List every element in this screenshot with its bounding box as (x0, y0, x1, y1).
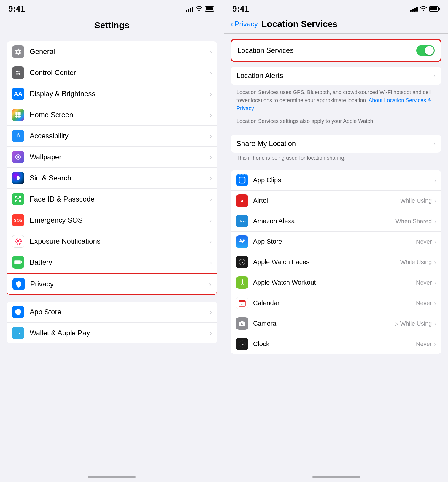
share-location-section: Share My Location › This iPhone is being… (231, 135, 441, 165)
svg-point-13 (18, 133, 19, 134)
exposure-chevron: › (210, 238, 212, 245)
privacy-label: Privacy (30, 280, 209, 288)
clock-chevron: › (434, 341, 436, 348)
gear-icon (12, 45, 24, 58)
sidebar-item-emergency-sos[interactable]: SOS Emergency SOS › (7, 210, 217, 231)
svg-text:···: ··· (241, 303, 243, 306)
location-arrow-icon: ▷ (395, 321, 398, 326)
left-status-icons (186, 6, 215, 12)
clock-icon (236, 338, 248, 350)
svg-point-9 (19, 114, 21, 116)
app-clips-chevron: › (434, 177, 436, 184)
svg-point-33 (242, 279, 243, 280)
back-button[interactable]: ‹ Privacy (231, 19, 258, 29)
calendar-chevron: › (434, 300, 436, 307)
svg-rect-18 (15, 200, 17, 202)
svg-rect-28 (239, 177, 245, 183)
home-screen-icon (12, 109, 24, 121)
apple-watch-faces-item[interactable]: Apple Watch Faces While Using › (231, 252, 441, 272)
watch-text: Location Services settings also apply to… (231, 117, 441, 130)
sidebar-item-general[interactable]: General › (7, 41, 217, 62)
wallpaper-icon (12, 151, 24, 163)
sidebar-item-wallpaper[interactable]: Wallpaper › (7, 147, 217, 168)
share-location-row[interactable]: Share My Location › (231, 135, 441, 153)
airtel-name: Airtel (253, 197, 400, 204)
appstore-icon-left (12, 306, 24, 318)
calendar-name: Calendar (253, 299, 416, 307)
sidebar-item-wallet[interactable]: Wallet & Apple Pay › (7, 323, 217, 343)
appstore-name: App Store (253, 238, 416, 245)
back-label: Privacy (234, 20, 258, 28)
sidebar-item-display-brightness[interactable]: AA Display & Brightness › (7, 83, 217, 104)
privacy-icon (12, 278, 25, 290)
appstore-label: App Store (30, 308, 210, 316)
camera-item[interactable]: Camera ▷ While Using › (231, 313, 441, 334)
apple-watch-workout-chevron: › (434, 279, 436, 286)
location-toggle-switch[interactable] (416, 45, 435, 56)
sidebar-item-exposure[interactable]: Exposure Notifications › (7, 231, 217, 252)
sidebar-item-battery[interactable]: Battery › (7, 252, 217, 273)
wallpaper-chevron: › (210, 154, 212, 161)
location-toggle-label: Location Services (237, 46, 293, 55)
sidebar-item-home-screen[interactable]: Home Screen › (7, 104, 217, 126)
emergency-sos-chevron: › (210, 217, 212, 224)
sidebar-item-siri-search[interactable]: Siri & Search › (7, 168, 217, 189)
appstore-chevron: › (210, 309, 212, 315)
svg-rect-17 (19, 196, 21, 198)
share-location-chevron: › (433, 140, 436, 147)
sidebar-item-accessibility[interactable]: Accessibility › (7, 126, 217, 147)
right-home-indicator (224, 473, 448, 482)
svg-point-8 (17, 114, 19, 116)
location-alerts-card: Location Alerts › (231, 67, 441, 85)
location-toggle-card: Location Services (231, 39, 441, 62)
general-label: General (30, 47, 210, 56)
apple-watch-workout-item[interactable]: Apple Watch Workout Never › (231, 272, 441, 293)
sidebar-item-face-id[interactable]: Face ID & Passcode › (7, 189, 217, 210)
location-alerts-row[interactable]: Location Alerts › (231, 67, 441, 85)
svg-point-11 (17, 116, 19, 118)
left-home-indicator (0, 473, 224, 482)
svg-rect-25 (21, 261, 22, 263)
apple-watch-workout-name: Apple Watch Workout (253, 279, 416, 286)
apps-list-card: App Clips › a Airtel While Using › alexa (231, 170, 441, 354)
share-location-card: Share My Location › (231, 135, 441, 153)
display-brightness-label: Display & Brightness (30, 90, 210, 98)
svg-point-14 (17, 156, 19, 158)
apple-watch-faces-status: While Using (400, 259, 432, 266)
clock-item[interactable]: Clock Never › (231, 334, 441, 354)
right-wifi-icon (420, 6, 427, 12)
svg-point-10 (15, 116, 17, 118)
siri-icon (12, 172, 24, 184)
airtel-item[interactable]: a Airtel While Using › (231, 191, 441, 211)
share-location-label: Share My Location (236, 139, 296, 148)
appstore-item[interactable]: App Store Never › (231, 232, 441, 252)
home-screen-chevron: › (210, 112, 212, 118)
amazon-alexa-item[interactable]: alexa Amazon Alexa When Shared › (231, 211, 441, 232)
camera-chevron: › (434, 320, 436, 327)
sidebar-item-control-center[interactable]: Control Center › (7, 62, 217, 83)
svg-point-0 (16, 71, 18, 72)
right-content: Location Services Location Alerts › Loca… (224, 34, 448, 473)
svg-point-6 (19, 112, 21, 114)
battery-label: Battery (30, 258, 210, 267)
sidebar-item-appstore[interactable]: App Store › (7, 302, 217, 323)
wallet-label: Wallet & Apple Pay (30, 329, 210, 337)
calendar-icon: ··· (236, 297, 248, 309)
share-sub-text: This iPhone is being used for location s… (231, 153, 441, 165)
alexa-icon: alexa (236, 215, 248, 227)
settings-list: General › Control Center › AA Display & … (0, 36, 224, 473)
calendar-item[interactable]: ··· Calendar Never › (231, 293, 441, 313)
apps-list-section: App Clips › a Airtel While Using › alexa (231, 170, 441, 354)
left-time: 9:41 (8, 4, 25, 14)
battery-icon-setting (12, 256, 24, 269)
control-center-chevron: › (210, 69, 212, 76)
svg-point-37 (242, 323, 243, 325)
right-signal-bars-icon (410, 6, 418, 12)
left-panel: 9:41 Settings (0, 0, 224, 482)
apple-watch-workout-icon (236, 276, 248, 289)
app-clips-item[interactable]: App Clips › (231, 170, 441, 191)
svg-point-1 (18, 71, 20, 72)
calendar-status: Never (416, 300, 432, 307)
sidebar-item-privacy[interactable]: Privacy › (7, 273, 217, 295)
clock-status: Never (416, 341, 432, 348)
